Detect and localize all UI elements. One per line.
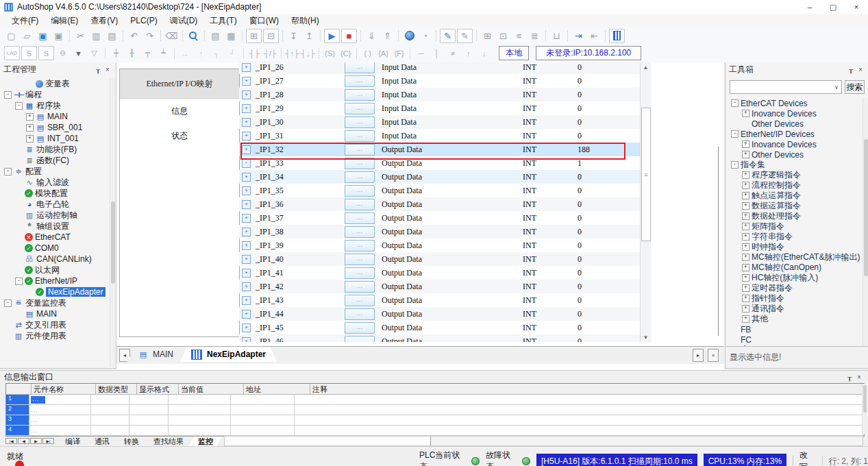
monitor-scrollbar[interactable] (862, 384, 867, 434)
tree-expander-icon[interactable]: - (15, 102, 23, 110)
ladder-tool-icon[interactable] (243, 48, 244, 59)
row-detail-button[interactable]: ... (345, 199, 375, 210)
ladder-tool-icon[interactable] (105, 48, 106, 59)
project-tree-item[interactable]: - 变量监控表 (0, 297, 110, 308)
output-tab[interactable]: 转换 (114, 436, 149, 447)
ladder-tool-icon[interactable] (319, 48, 319, 59)
tree-expander-icon[interactable]: - (731, 99, 739, 107)
toolbox-tree-item[interactable]: + Inovance Devices (727, 139, 862, 149)
usb-test[interactable]: ⊔ (549, 29, 564, 42)
cut[interactable]: ✂ (73, 29, 88, 42)
table-row[interactable]: + _IP1_43 ... Output Data INT 0 (239, 293, 640, 307)
row-expander-icon[interactable]: + (242, 132, 251, 140)
project-tree-item[interactable]: 电子凸轮 (0, 199, 110, 210)
table-row[interactable]: + _IP1_36 ... Output Data INT 0 (239, 197, 640, 211)
project-tree-item[interactable]: + INT_001 (0, 133, 110, 144)
tree-expander-icon[interactable]: + (26, 113, 34, 121)
element-name-cell[interactable]: ... (29, 395, 91, 404)
tab-nav-button[interactable]: ◀ (18, 438, 29, 444)
table-row[interactable]: + _IP1_35 ... Output Data INT 0 (239, 184, 640, 197)
project-tree-item[interactable]: 输入滤波 (0, 177, 110, 188)
save[interactable]: ▣ (36, 29, 50, 42)
insert-row[interactable]: ┿ (109, 47, 123, 60)
row-expander-icon[interactable]: + (242, 63, 251, 72)
toolbox-tree-item[interactable]: + MC轴控(EtherCAT&脉冲输出) (727, 252, 862, 262)
tab-nav-button[interactable]: ▶| (42, 438, 54, 444)
contact-nc[interactable]: ┤/├ (263, 47, 277, 60)
project-tree-item[interactable]: - EtherNet/IP (0, 275, 110, 286)
toolbar-icon[interactable] (204, 30, 205, 41)
tree-expander-icon[interactable]: + (742, 284, 749, 292)
app-inst-a[interactable]: {A} (376, 47, 390, 60)
contact-falling[interactable]: ┤↓├ (301, 47, 315, 60)
table-row[interactable]: + _IP1_34 ... Output Data INT 0 (239, 170, 640, 184)
edit-mode[interactable]: ✎ (457, 29, 473, 43)
tree-expander-icon[interactable]: + (742, 274, 749, 282)
mapping-section-button[interactable]: Ethernet/IP I/O映射 (120, 69, 239, 99)
row-detail-button[interactable]: ... (345, 185, 375, 197)
scroll-down-icon[interactable]: ▼ (641, 332, 651, 342)
toolbox-tree-item[interactable]: + Inovance Devices (727, 108, 862, 119)
table-row[interactable]: + _IP1_38 ... Output Data INT 0 (239, 225, 640, 238)
toolbar-icon[interactable] (436, 30, 436, 41)
tree-expander-icon[interactable]: + (742, 171, 749, 179)
tree-expander-icon[interactable]: - (4, 299, 12, 307)
table-row[interactable]: + _IP1_39 ... Output Data INT 0 (239, 238, 640, 252)
menu-item[interactable]: 查看(V) (84, 14, 124, 28)
project-tree-item[interactable]: 模块配置 (0, 188, 110, 199)
toolbar-icon[interactable] (282, 30, 283, 41)
stop[interactable]: ■ (341, 29, 357, 43)
tree-expander-icon[interactable]: + (742, 182, 749, 189)
row-expander-icon[interactable]: + (242, 186, 251, 195)
down-filled[interactable]: ▼ (71, 47, 86, 60)
tree-expander-icon[interactable]: - (731, 130, 739, 138)
minimize-button[interactable]: – (798, 1, 821, 14)
login[interactable]: ⇥ (571, 29, 586, 42)
row-detail-button[interactable]: ... (345, 336, 375, 343)
element-name-cell[interactable]: ... (29, 405, 91, 415)
table-row[interactable]: + _IP1_29 ... Input Data INT 0 (239, 101, 640, 115)
project-tree-item[interactable]: - 编程 (0, 89, 110, 100)
table-row[interactable]: + _IP1_45 ... Output Data INT 0 (239, 321, 640, 334)
row-expander-icon[interactable]: + (242, 90, 251, 99)
monitor-row[interactable]: 1 ... (6, 395, 864, 405)
project-tree-item[interactable]: - 配置 (0, 166, 110, 177)
close-icon[interactable]: × (854, 373, 864, 381)
device-view[interactable] (609, 29, 625, 43)
address-cell[interactable] (231, 415, 295, 425)
project-tree-item[interactable]: 交叉引用表 (0, 319, 110, 330)
sfc-mode[interactable]: S (21, 46, 37, 60)
tab-nav-button[interactable]: ▶ (30, 438, 42, 444)
toolbox-tree-item[interactable]: + 触点运算指令 (727, 191, 862, 201)
project-tree-item[interactable]: 函数(FC) (0, 155, 110, 166)
print-preview[interactable]: ▤ (208, 29, 223, 42)
scrollbar-thumb[interactable]: ≡ (641, 108, 651, 241)
coil-tool[interactable]: ⊖ (55, 47, 70, 60)
current-value-cell[interactable] (169, 426, 231, 435)
row-detail-button[interactable]: ... (345, 103, 375, 114)
find[interactable] (186, 29, 201, 42)
row-detail-button[interactable]: ... (345, 240, 375, 252)
toolbar-icon[interactable] (545, 30, 546, 41)
run[interactable]: ▶ (324, 29, 340, 43)
save-all[interactable]: ▣ (51, 29, 66, 42)
menu-item[interactable]: 窗口(W) (243, 14, 285, 28)
data-type-cell[interactable] (91, 405, 129, 415)
down-hollow[interactable]: ▽ (87, 47, 101, 60)
row-detail-button[interactable]: ... (345, 267, 375, 279)
comment-cell[interactable] (295, 405, 864, 415)
local-mode-button[interactable]: 本地 (499, 46, 529, 60)
current-value-cell[interactable] (169, 395, 231, 404)
contact-no[interactable]: ┤├ (247, 47, 262, 60)
document-tab[interactable]: NexEipAdapter (180, 347, 277, 362)
table-row[interactable]: + _IP1_30 ... Input Data INT 0 (239, 115, 640, 129)
table-row[interactable]: + _IP1_31 ... Input Data INT 0 (239, 129, 640, 143)
address-cell[interactable] (231, 426, 295, 435)
menu-item[interactable]: 编辑(E) (45, 14, 84, 28)
scan-clock[interactable]: ◔ (418, 29, 432, 42)
compare-project[interactable]: ⊞ (480, 29, 495, 42)
row-detail-button[interactable]: ... (345, 171, 375, 183)
download-plc[interactable]: ⇓ (364, 29, 379, 42)
menu-item[interactable]: 调试(D) (164, 14, 204, 28)
close-icon[interactable]: × (103, 66, 112, 73)
